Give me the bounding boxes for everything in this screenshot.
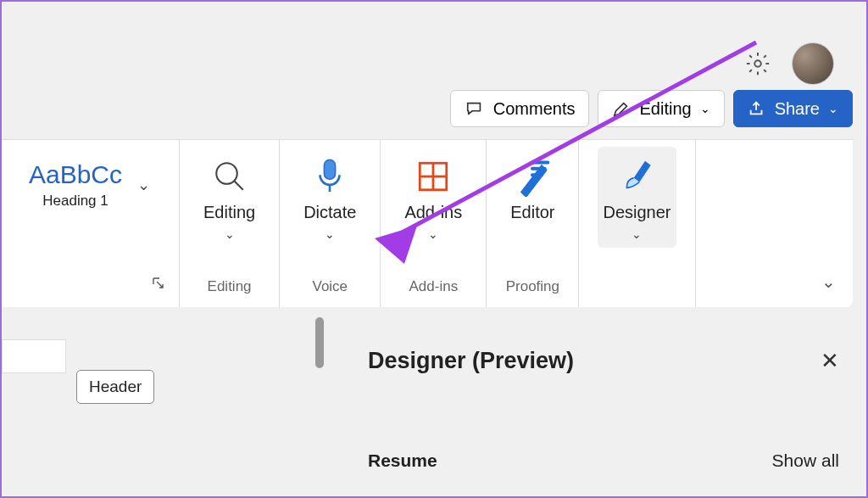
grid-icon <box>415 159 451 194</box>
dictate-button-label: Dictate <box>303 203 356 222</box>
share-icon <box>748 99 766 118</box>
dictate-button[interactable]: Dictate ⌄ <box>298 147 361 248</box>
proofing-group: Editor Proofing <box>487 140 579 307</box>
style-heading1[interactable]: AaBbCc Heading 1 <box>22 157 129 213</box>
pen-icon <box>612 99 631 118</box>
comments-button[interactable]: Comments <box>450 90 590 127</box>
editor-pen-icon <box>514 156 551 197</box>
voice-group-label: Voice <box>280 278 380 295</box>
brush-icon <box>620 156 654 197</box>
editing-group: Editing ⌄ Editing <box>180 140 280 307</box>
designer-panel: Designer (Preview) ✕ Resume Show all <box>341 322 866 496</box>
styles-group: AaBbCc Heading 1 ⌄ <box>2 140 180 307</box>
svg-line-2 <box>234 181 243 190</box>
editing-group-label: Editing <box>180 278 279 295</box>
scrollbar-thumb[interactable] <box>315 317 324 368</box>
editing-mode-button[interactable]: Editing ⌄ <box>598 90 724 127</box>
editing-button[interactable]: Editing ⌄ <box>198 147 260 248</box>
addins-group-label: Add-ins <box>381 278 486 295</box>
panel-title: Designer (Preview) <box>368 348 574 374</box>
proofing-group-label: Proofing <box>487 278 578 295</box>
styles-launcher-icon[interactable] <box>152 277 165 294</box>
designer-button-label: Designer <box>603 203 670 222</box>
style-preview-text: AaBbCc <box>29 160 122 189</box>
svg-rect-3 <box>325 159 336 179</box>
designer-group: Designer ⌄ <box>579 140 695 307</box>
microphone-icon <box>313 157 347 196</box>
comments-label: Comments <box>493 99 576 119</box>
editor-button-label: Editor <box>510 203 554 222</box>
styles-more-button[interactable]: ⌄ <box>137 176 150 194</box>
designer-button[interactable]: Designer ⌄ <box>598 147 676 248</box>
ribbon: AaBbCc Heading 1 ⌄ Editing ⌄ Editing <box>2 139 853 307</box>
editing-button-label: Editing <box>203 203 255 222</box>
chevron-down-icon: ⌄ <box>828 102 838 115</box>
ribbon-spacer: ⌄ <box>696 140 853 307</box>
chevron-down-icon: ⌄ <box>428 227 438 241</box>
chevron-down-icon: ⌄ <box>325 227 335 241</box>
voice-group: Dictate ⌄ Voice <box>280 140 381 307</box>
comment-icon <box>465 99 485 118</box>
document-page-fragment <box>2 339 66 373</box>
addins-button-label: Add-ins <box>404 203 462 222</box>
svg-point-1 <box>216 163 237 184</box>
search-icon <box>212 159 248 194</box>
header-section-tag[interactable]: Header <box>76 370 154 404</box>
editing-mode-label: Editing <box>639 99 691 119</box>
chevron-down-icon: ⌄ <box>225 227 235 241</box>
close-icon[interactable]: ✕ <box>821 348 839 374</box>
chevron-down-icon: ⌄ <box>632 227 642 241</box>
svg-point-0 <box>754 60 761 67</box>
ribbon-collapse-button[interactable]: ⌄ <box>821 271 836 292</box>
show-all-link[interactable]: Show all <box>772 450 839 471</box>
style-name: Heading 1 <box>42 193 108 210</box>
avatar[interactable] <box>792 42 834 85</box>
share-button[interactable]: Share ⌄ <box>733 90 853 127</box>
addins-group: Add-ins ⌄ Add-ins <box>381 140 487 307</box>
settings-icon[interactable] <box>744 50 771 77</box>
editor-button[interactable]: Editor <box>505 147 559 229</box>
chevron-down-icon: ⌄ <box>700 102 710 115</box>
share-label: Share <box>775 99 820 119</box>
panel-section-title: Resume <box>368 450 437 471</box>
addins-button[interactable]: Add-ins ⌄ <box>399 147 467 248</box>
